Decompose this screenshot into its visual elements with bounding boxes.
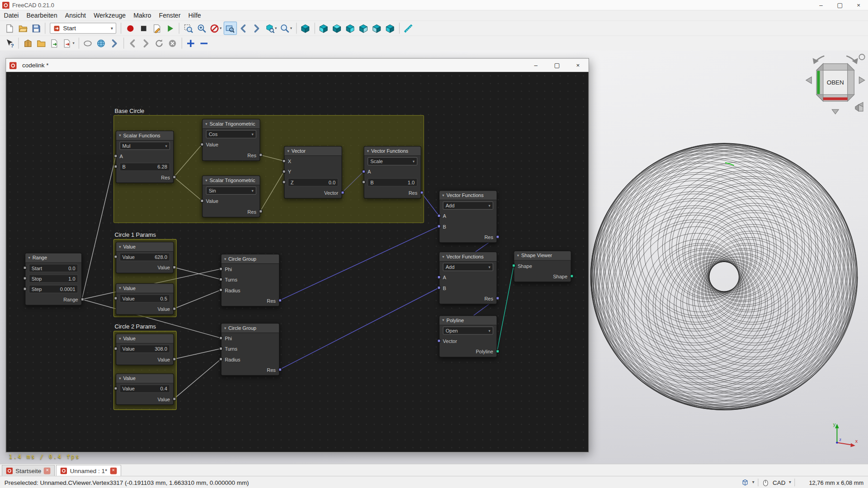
- collapse-icon[interactable]: ▾: [517, 253, 519, 258]
- menu-hilfe[interactable]: Hilfe: [184, 12, 205, 19]
- collapse-icon[interactable]: ▾: [119, 133, 121, 138]
- node-value-circle2-radius[interactable]: ▾ValueValue0.4Value: [116, 374, 174, 405]
- nav-fwd-gray-icon[interactable]: [139, 37, 152, 50]
- document-tab-unnamed-1[interactable]: Unnamed : 1*×: [56, 465, 121, 476]
- collapse-icon[interactable]: ▾: [205, 178, 207, 183]
- socket[interactable]: [219, 347, 222, 350]
- socket[interactable]: [282, 170, 285, 173]
- node-value-field-value[interactable]: Value308.0: [119, 345, 170, 353]
- record-icon[interactable]: [123, 22, 137, 35]
- pan-down-icon[interactable]: [832, 109, 839, 114]
- socket[interactable]: [496, 350, 499, 353]
- mouse-nav-icon[interactable]: [762, 479, 769, 486]
- measure-icon[interactable]: [401, 22, 415, 35]
- zoom-border-icon[interactable]: [182, 22, 195, 35]
- workbench-selector[interactable]: Start▾: [50, 23, 116, 33]
- node-title[interactable]: ▾Scalar Functions: [116, 131, 173, 141]
- node-title[interactable]: ▾Range: [25, 253, 81, 263]
- socket[interactable]: [219, 357, 222, 361]
- node-vector-functions-add-1[interactable]: ▾Vector FunctionsAdd▾ABRes: [439, 190, 497, 243]
- node-vector[interactable]: ▾VectorXYZ0.0Vector: [284, 146, 342, 198]
- chevron-down-icon[interactable]: ▾: [275, 26, 277, 31]
- node-value-field-start[interactable]: Start0.0: [29, 264, 78, 272]
- zoom-tools-icon[interactable]: ▾: [278, 22, 294, 35]
- package-icon[interactable]: [21, 37, 34, 50]
- socket[interactable]: [437, 339, 440, 343]
- collapse-icon[interactable]: ▾: [205, 122, 207, 126]
- socket[interactable]: [437, 225, 440, 228]
- globe-icon[interactable]: [94, 37, 108, 50]
- socket[interactable]: [114, 155, 117, 158]
- viewport-3d[interactable]: OBEN y x z codelink *: [0, 50, 868, 464]
- socket[interactable]: [173, 266, 176, 269]
- socket[interactable]: [219, 336, 222, 339]
- socket[interactable]: [114, 296, 117, 300]
- arrow-right-blue-icon[interactable]: [108, 37, 121, 50]
- node-value-field-value[interactable]: Value628.0: [119, 253, 170, 261]
- cube-axo-icon[interactable]: [299, 22, 312, 35]
- socket[interactable]: [420, 191, 423, 194]
- close-button[interactable]: ×: [849, 0, 868, 10]
- collapse-icon[interactable]: ▾: [442, 318, 444, 323]
- socket[interactable]: [114, 165, 117, 168]
- socket[interactable]: [114, 387, 117, 390]
- nav-back-gray-icon[interactable]: [126, 37, 139, 50]
- stop-load-icon[interactable]: [166, 37, 179, 50]
- tab-close-icon[interactable]: ×: [44, 467, 51, 474]
- node-value-field-b[interactable]: B6.28: [119, 163, 170, 171]
- export2-icon[interactable]: ▾: [61, 37, 76, 50]
- socket[interactable]: [570, 274, 573, 277]
- cube-left-icon[interactable]: [383, 22, 396, 35]
- node-scalar-functions[interactable]: ▾Scalar FunctionsMul▾AB6.28Res: [116, 131, 174, 183]
- node-scalar-trig-cos[interactable]: ▾Scalar TrigonometricCos▾ValueRes: [202, 119, 260, 161]
- socket[interactable]: [173, 397, 176, 400]
- node-title[interactable]: ▾Vector Functions: [439, 191, 496, 200]
- pan-right-icon[interactable]: [859, 77, 864, 84]
- node-value-field-value[interactable]: Value0.4: [119, 385, 170, 393]
- play-icon[interactable]: [163, 22, 176, 35]
- plus-icon[interactable]: [184, 37, 197, 50]
- stop-icon[interactable]: [137, 22, 150, 35]
- document-tab-startseite[interactable]: Startseite×: [2, 465, 55, 476]
- navcube-corner-cube-icon[interactable]: [855, 103, 863, 112]
- socket[interactable]: [496, 296, 499, 300]
- node-select-add[interactable]: Add▾: [443, 263, 493, 271]
- clipping-dropdown-icon[interactable]: ▾: [752, 480, 755, 485]
- node-value-field-z[interactable]: Z0.0: [288, 178, 338, 186]
- node-title[interactable]: ▾Circle Group: [222, 324, 279, 333]
- menu-fenster[interactable]: Fenster: [155, 12, 184, 19]
- node-vector-functions-add-2[interactable]: ▾Vector FunctionsAdd▾ABRes: [439, 252, 497, 304]
- new-file-icon[interactable]: [3, 22, 16, 35]
- fit-all-icon[interactable]: ▾: [263, 22, 278, 35]
- node-vector-functions-scale[interactable]: ▾Vector FunctionsScale▾AB1.0Res: [363, 146, 421, 198]
- node-title[interactable]: ▾Value: [116, 374, 173, 384]
- socket[interactable]: [282, 160, 285, 163]
- node-title[interactable]: ▾Scalar Trigonometric: [203, 176, 259, 185]
- node-title[interactable]: ▾Polyline: [439, 316, 496, 325]
- socket[interactable]: [259, 210, 262, 213]
- collapse-icon[interactable]: ▾: [119, 244, 121, 249]
- socket[interactable]: [496, 235, 499, 238]
- nav-disable-icon[interactable]: ▾: [208, 22, 223, 35]
- node-select-mul[interactable]: Mul▾: [119, 141, 170, 150]
- menu-datei[interactable]: Datei: [0, 12, 23, 19]
- socket[interactable]: [341, 191, 344, 194]
- arrow-left-blue-icon[interactable]: [236, 22, 250, 35]
- socket[interactable]: [278, 299, 282, 302]
- socket[interactable]: [114, 347, 117, 350]
- node-title[interactable]: ▾Circle Group: [222, 254, 279, 264]
- collapse-icon[interactable]: ▾: [119, 376, 121, 381]
- socket[interactable]: [437, 276, 440, 279]
- socket[interactable]: [282, 180, 285, 183]
- export-icon[interactable]: [47, 37, 61, 50]
- node-circle-group-1[interactable]: ▾Circle GroupPhiTurnsRadiusRes: [221, 254, 280, 306]
- menu-werkzeuge[interactable]: Werkzeuge: [90, 12, 130, 19]
- arrow-right-blue-icon[interactable]: [250, 22, 263, 35]
- node-value-circle2-turns[interactable]: ▾ValueValue308.0Value: [116, 333, 174, 365]
- socket[interactable]: [219, 278, 222, 281]
- node-title[interactable]: ▾Vector Functions: [439, 252, 496, 262]
- collapse-icon[interactable]: ▾: [224, 257, 226, 261]
- node-title[interactable]: ▾Value: [116, 284, 173, 293]
- refresh-icon[interactable]: [152, 37, 165, 50]
- socket[interactable]: [173, 307, 176, 310]
